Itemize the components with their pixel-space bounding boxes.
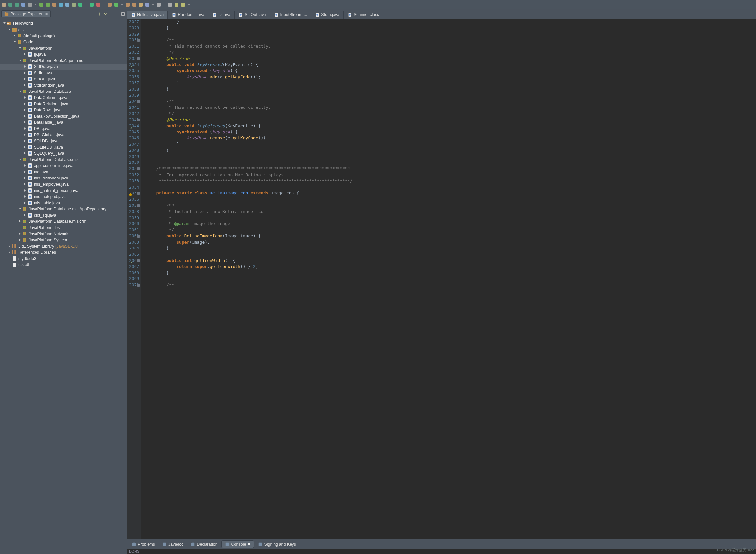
package-explorer-pane: Package Explorer ✕ HelloWorldsrc(default… bbox=[0, 9, 127, 554]
default-package-node[interactable]: (default package) bbox=[0, 33, 127, 39]
system-node[interactable]: JavaPlatform.System bbox=[0, 237, 127, 243]
dropdown-caret-icon[interactable] bbox=[163, 2, 166, 7]
new-icon[interactable] bbox=[1, 2, 6, 7]
file-node[interactable]: JDataTable_.java bbox=[0, 119, 127, 125]
close-icon[interactable]: ✕ bbox=[45, 12, 48, 16]
file-node[interactable]: JSQLDB_.java bbox=[0, 138, 127, 144]
file-node[interactable]: JStdRandom.java bbox=[0, 82, 127, 88]
testdb-node[interactable]: test.db bbox=[0, 262, 127, 268]
skip-icon[interactable] bbox=[45, 2, 51, 7]
file-node[interactable]: JSQLQuery_.java bbox=[0, 150, 127, 156]
code-package-node[interactable]: Code bbox=[0, 39, 127, 45]
min-icon[interactable] bbox=[115, 12, 119, 16]
save-icon[interactable] bbox=[8, 2, 13, 7]
max-icon[interactable] bbox=[121, 12, 125, 16]
sync-icon[interactable] bbox=[58, 2, 63, 7]
libs-node[interactable]: JavaPlatform.libs bbox=[0, 224, 127, 231]
dropdown-caret-icon[interactable] bbox=[187, 2, 191, 7]
link-icon[interactable] bbox=[103, 12, 108, 16]
file-node[interactable]: Jmg.java bbox=[0, 169, 127, 175]
code-content[interactable]: } } /** * This method cannot be called d… bbox=[141, 19, 353, 539]
editor-tab[interactable]: Scanner.class bbox=[344, 11, 383, 18]
stop-icon[interactable] bbox=[96, 2, 101, 7]
bottom-tab-problems[interactable]: Problems bbox=[128, 541, 158, 548]
file-node[interactable]: JDB_Global_.java bbox=[0, 131, 127, 138]
svg-rect-162 bbox=[225, 542, 229, 546]
apprepo-node[interactable]: JavaPlatform.Database.mis.AppRepository bbox=[0, 206, 127, 212]
build-icon[interactable] bbox=[39, 2, 44, 7]
open-icon[interactable] bbox=[125, 2, 130, 7]
project-tree[interactable]: HelloWorldsrc(default package)CodeJavaPl… bbox=[0, 19, 127, 554]
search-icon[interactable] bbox=[156, 2, 161, 7]
play-icon[interactable] bbox=[78, 2, 83, 7]
bottom-tab-signing-and-keys[interactable]: Signing and Keys bbox=[255, 541, 299, 548]
bottom-tab-javadoc[interactable]: Javadoc bbox=[159, 541, 187, 548]
svg-rect-13 bbox=[96, 3, 100, 6]
file-node[interactable]: Jmis_dictionary.java bbox=[0, 175, 127, 181]
undo-icon[interactable] bbox=[167, 2, 173, 7]
src-node[interactable]: src bbox=[0, 26, 127, 33]
dropdown-caret-icon[interactable] bbox=[102, 2, 106, 7]
database-node[interactable]: JavaPlatform.Database bbox=[0, 88, 127, 95]
file-node[interactable]: JDataColumn_.java bbox=[0, 95, 127, 101]
dropdown-caret-icon[interactable] bbox=[120, 2, 124, 7]
ref-lib-node[interactable]: Referenced Libraries bbox=[0, 249, 127, 255]
file-node[interactable]: JDB_.java bbox=[0, 125, 127, 131]
jre-node[interactable]: JRE System Library [JavaSE-1.8] bbox=[0, 243, 127, 249]
page-icon[interactable] bbox=[65, 2, 70, 7]
editor-tab[interactable]: StdOut.java bbox=[234, 11, 270, 18]
run-icon[interactable] bbox=[89, 2, 95, 7]
project-node[interactable]: HelloWorld bbox=[0, 20, 127, 26]
close-icon[interactable]: ✕ bbox=[248, 542, 251, 546]
file-node[interactable]: JDataRelation_.java bbox=[0, 101, 127, 107]
fwd-icon[interactable] bbox=[180, 2, 186, 7]
database-mis-node[interactable]: JavaPlatform.Database.mis bbox=[0, 156, 127, 163]
bottom-tab-declaration[interactable]: Declaration bbox=[187, 541, 220, 548]
file-node[interactable]: Jmis_notepad.java bbox=[0, 193, 127, 200]
file-node[interactable]: Jjp.java bbox=[0, 51, 127, 57]
file-node[interactable]: JDataRow_.java bbox=[0, 107, 127, 113]
file-node[interactable]: JSQLiteDB_.java bbox=[0, 144, 127, 150]
mydb-node[interactable]: mydb.db3 bbox=[0, 255, 127, 262]
menu-icon[interactable] bbox=[109, 12, 114, 16]
pencil-icon[interactable] bbox=[138, 2, 143, 7]
editor-tab[interactable]: Random_.java bbox=[168, 11, 209, 18]
file-node[interactable]: JStdIn.java bbox=[0, 70, 127, 76]
folder-icon[interactable] bbox=[131, 2, 137, 7]
javaplatform-node[interactable]: JavaPlatform bbox=[0, 45, 127, 51]
file-node[interactable]: JStdDraw.java bbox=[0, 63, 127, 70]
file-node[interactable]: Japp_custom_info.java bbox=[0, 163, 127, 169]
editor-tab[interactable]: HelloJava.java bbox=[127, 11, 168, 18]
bottom-tab-console[interactable]: Console✕ bbox=[221, 540, 254, 548]
box-icon[interactable] bbox=[145, 2, 150, 7]
dropdown-caret-icon[interactable] bbox=[85, 2, 88, 7]
print-icon[interactable] bbox=[28, 2, 33, 7]
file-node[interactable]: JStdOut.java bbox=[0, 76, 127, 82]
editor-tab[interactable]: jp.java bbox=[209, 11, 234, 18]
file-node[interactable]: Jmis_table.java bbox=[0, 200, 127, 206]
dropdown-caret-icon[interactable] bbox=[34, 2, 38, 7]
db-icon[interactable] bbox=[52, 2, 57, 7]
editor-tab[interactable]: StdIn.java bbox=[311, 11, 344, 18]
file-node[interactable]: Jmis_natural_person.java bbox=[0, 187, 127, 193]
grid-icon[interactable] bbox=[107, 2, 112, 7]
svg-point-148 bbox=[173, 14, 175, 15]
code-editor[interactable]: 20272028202920302031203220332034▲2035203… bbox=[127, 19, 756, 539]
network-node[interactable]: JavaPlatform.Network bbox=[0, 231, 127, 237]
svg-point-146 bbox=[132, 14, 134, 15]
watermark: CSDN @碧海蓝天2022 bbox=[717, 548, 754, 553]
back-icon[interactable] bbox=[174, 2, 179, 7]
dropdown-caret-icon[interactable] bbox=[151, 2, 155, 7]
file-node[interactable]: Jmis_employee.java bbox=[0, 181, 127, 187]
collapse-icon[interactable] bbox=[97, 12, 102, 16]
file-node[interactable]: Jdict_sql.java bbox=[0, 212, 127, 218]
refresh-icon[interactable] bbox=[114, 2, 119, 7]
wand-icon[interactable] bbox=[21, 2, 26, 7]
editor-tab[interactable]: InputStream.... bbox=[270, 11, 311, 18]
save-all-icon[interactable] bbox=[14, 2, 19, 7]
book-algorithms-node[interactable]: JavaPlatform.Book.Algorithms bbox=[0, 57, 127, 63]
mis-crm-node[interactable]: JavaPlatform.Database.mis.crm bbox=[0, 218, 127, 224]
package-explorer-tab[interactable]: Package Explorer ✕ bbox=[1, 10, 51, 17]
align-icon[interactable] bbox=[71, 2, 76, 7]
file-node[interactable]: JDataRowCollection_.java bbox=[0, 113, 127, 119]
